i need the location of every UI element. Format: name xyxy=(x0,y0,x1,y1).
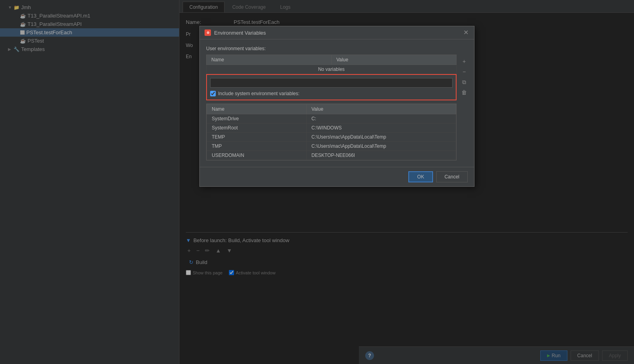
user-name-col-header: Name xyxy=(207,55,332,65)
include-system-row: Include system environment variables: xyxy=(210,91,453,96)
sys-var-row: SystemDrive C: xyxy=(207,114,456,123)
dialog-side-toolbar: + − ⧉ 🗑 xyxy=(457,46,468,160)
sys-var-value: C:\WINDOWS xyxy=(307,123,456,133)
include-system-label: Include system environment variables: xyxy=(218,91,299,96)
sys-var-row: SystemRoot C:\WINDOWS xyxy=(207,123,456,133)
cancel-dialog-label: Cancel xyxy=(445,174,459,180)
dialog-icon: ⚙ xyxy=(205,29,211,36)
copy-var-button[interactable]: ⧉ xyxy=(460,78,469,86)
add-var-button[interactable]: + xyxy=(460,57,469,66)
sys-var-row: TEMP C:\Users\mac\AppData\Local\Temp xyxy=(207,133,456,142)
no-vars-text: No variables xyxy=(207,65,457,74)
sys-var-name: SystemRoot xyxy=(207,123,307,133)
include-system-checkbox[interactable] xyxy=(210,91,216,96)
user-value-col-header: Value xyxy=(331,55,457,65)
sys-var-row: TMP C:\Users\mac\AppData\Local\Temp xyxy=(207,142,456,151)
dialog-footer: OK Cancel xyxy=(200,167,474,186)
user-vars-label: User environment variables: xyxy=(206,46,457,51)
dialog-body: User environment variables: Name Value N… xyxy=(200,39,474,167)
remove-var-button[interactable]: − xyxy=(460,67,469,76)
dialog-title-text: Environment Variables xyxy=(214,30,266,36)
sys-var-row: USERDOMAIN DESKTOP-NEE066I xyxy=(207,151,456,160)
dialog-titlebar: ⚙ Environment Variables ✕ xyxy=(200,26,474,39)
sys-var-name: SystemDrive xyxy=(207,114,307,123)
sys-var-value: C: xyxy=(307,114,456,123)
ok-button[interactable]: OK xyxy=(408,171,433,182)
sys-var-value: DESKTOP-NEE066I xyxy=(307,151,456,160)
ok-label: OK xyxy=(417,174,424,180)
env-dialog: ⚙ Environment Variables ✕ User environme… xyxy=(199,26,475,187)
dialog-close-button[interactable]: ✕ xyxy=(463,29,469,36)
system-env-container: Name Value SystemDrive C: SystemRoot C:\… xyxy=(206,104,457,160)
user-vars-table: Name Value No variables xyxy=(206,55,457,74)
sys-var-name: USERDOMAIN xyxy=(207,151,307,160)
dialog-title-area: ⚙ Environment Variables xyxy=(205,29,266,36)
dialog-main-area: User environment variables: Name Value N… xyxy=(206,46,457,160)
sys-var-name: TMP xyxy=(207,142,307,151)
system-vars-table: Name Value SystemDrive C: SystemRoot C:\… xyxy=(207,104,456,160)
cancel-dialog-button[interactable]: Cancel xyxy=(436,171,468,182)
sys-var-value: C:\Users\mac\AppData\Local\Temp xyxy=(307,142,456,151)
red-outline-section: Include system environment variables: xyxy=(206,74,457,100)
sys-var-name: TEMP xyxy=(207,133,307,142)
no-vars-row: No variables xyxy=(207,65,457,74)
sys-value-col-header: Value xyxy=(307,104,456,114)
env-input-field[interactable] xyxy=(210,78,453,88)
sys-var-value: C:\Users\mac\AppData\Local\Temp xyxy=(307,133,456,142)
delete-var-button[interactable]: 🗑 xyxy=(460,88,469,97)
sys-name-col-header: Name xyxy=(207,104,307,114)
